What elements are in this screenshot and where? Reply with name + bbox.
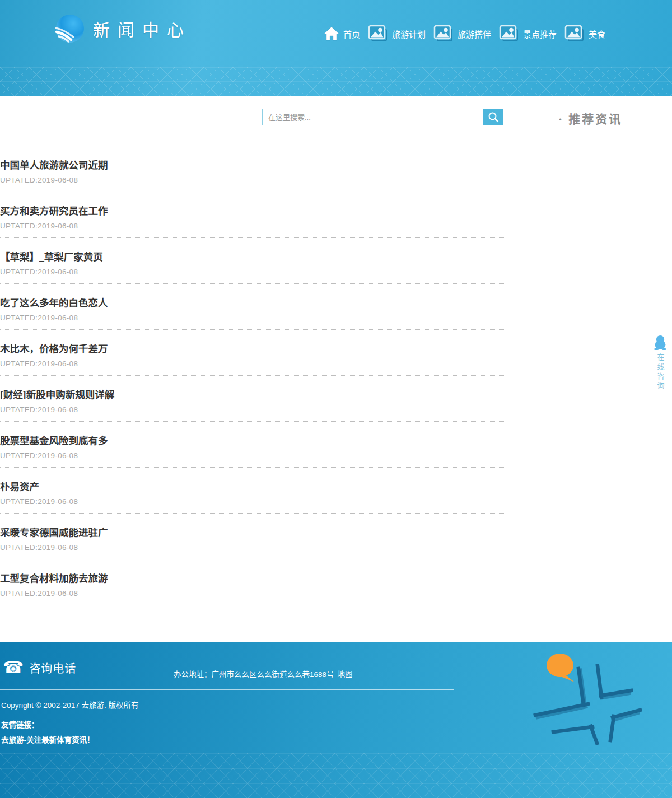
- site-footer: ☎ 咨询电话 办公地址：广州市么么区么么街道么么巷1688号地图 Copyrig…: [0, 642, 672, 798]
- page: { "page_title": "新闻中心", "header": { "log…: [0, 0, 672, 798]
- news-list-item: 股票型基金风险到底有多 UPTATED:2019-06-08: [0, 422, 504, 468]
- news-updated-date: UPTATED:2019-06-08: [0, 360, 504, 368]
- nav-item-attractions[interactable]: 景点推荐: [499, 25, 557, 43]
- home-icon: [324, 26, 339, 41]
- news-list-item: 买方和卖方研究员在工作 UPTATED:2019-06-08: [0, 192, 504, 238]
- news-updated-date: UPTATED:2019-06-08: [0, 451, 504, 460]
- news-updated-date: UPTATED:2019-06-08: [0, 176, 504, 184]
- phone-label: 咨询电话: [29, 660, 76, 676]
- news-list-item: [财经]新股申购新规则详解 UPTATED:2019-06-08: [0, 376, 504, 422]
- nav-item-travel-companion[interactable]: 旅游搭伴: [433, 25, 491, 43]
- recommended-news-heading: · 推荐资讯: [558, 110, 622, 127]
- news-title-link[interactable]: 中国单人旅游就公司近期: [0, 160, 504, 171]
- map-link[interactable]: 地图: [338, 670, 353, 679]
- friend-links-label: 友情链接：: [1, 718, 39, 730]
- online-consult-label: 在线咨询: [655, 353, 666, 391]
- news-title-link[interactable]: 买方和卖方研究员在工作: [0, 206, 504, 217]
- search-icon: [488, 111, 499, 123]
- search-button[interactable]: [483, 109, 503, 125]
- office-address: 办公地址：广州市么么区么么街道么么巷1688号地图: [174, 668, 353, 679]
- news-title-link[interactable]: 朴易资产: [0, 481, 504, 493]
- news-list-item: 朴易资产 UPTATED:2019-06-08: [0, 468, 504, 514]
- globe-logo-icon: [55, 13, 85, 44]
- news-title-link[interactable]: 【草梨】_草梨厂家黄页: [0, 251, 504, 263]
- nav-item-food[interactable]: 美食: [564, 25, 605, 43]
- photo-icon: [499, 25, 519, 43]
- news-title-link[interactable]: 木比木，价格为何千差万: [0, 343, 504, 355]
- friend-link[interactable]: 去旅游-关注最新体育资讯！: [1, 734, 95, 745]
- site-logo[interactable]: 新闻中心: [55, 13, 192, 44]
- main-nav: 首页 旅游计划: [324, 25, 613, 43]
- news-updated-date: UPTATED:2019-06-08: [0, 268, 504, 276]
- news-title-link[interactable]: 采暖专家德国威能进驻广: [0, 527, 504, 539]
- news-title-link[interactable]: 工型复合材料加筋去旅游: [0, 573, 504, 585]
- news-updated-date: UPTATED:2019-06-08: [0, 405, 504, 414]
- telephone-icon: ☎: [3, 659, 24, 676]
- nav-item-label: 景点推荐: [523, 28, 557, 40]
- photo-icon: [433, 25, 454, 43]
- news-list-item: 中国单人旅游就公司近期 UPTATED:2019-06-08: [0, 146, 504, 192]
- site-header: 新闻中心 首页: [0, 0, 672, 96]
- photo-icon: [564, 25, 585, 43]
- footer-decor-sketch: [525, 648, 657, 752]
- news-updated-date: UPTATED:2019-06-08: [0, 543, 504, 552]
- news-updated-date: UPTATED:2019-06-08: [0, 314, 504, 322]
- news-list-item: 采暖专家德国威能进驻广 UPTATED:2019-06-08: [0, 514, 504, 559]
- news-title-link[interactable]: [财经]新股申购新规则详解: [0, 389, 504, 401]
- news-list-item: 工型复合材料加筋去旅游 UPTATED:2019-06-08: [0, 559, 504, 605]
- nav-item-label: 旅游计划: [392, 28, 426, 40]
- photo-icon: [368, 25, 388, 43]
- site-title: 新闻中心: [93, 16, 192, 41]
- nav-item-home[interactable]: 首页: [324, 26, 360, 41]
- nav-item-label: 美食: [589, 28, 605, 40]
- header-triangle-pattern: [0, 67, 672, 96]
- news-updated-date: UPTATED:2019-06-08: [0, 222, 504, 230]
- news-updated-date: UPTATED:2019-06-08: [0, 589, 504, 598]
- qq-penguin-icon: [654, 335, 667, 350]
- news-updated-date: UPTATED:2019-06-08: [0, 497, 504, 506]
- search-input[interactable]: [262, 109, 483, 125]
- nav-item-label: 旅游搭伴: [458, 28, 491, 40]
- search-bar: [262, 109, 503, 125]
- speech-bubble-icon: [547, 654, 575, 682]
- footer-divider: [0, 689, 454, 690]
- copyright-text: Copyright © 2002-2017 去旅游. 版权所有: [1, 699, 139, 710]
- news-title-link[interactable]: 股票型基金风险到底有多: [0, 435, 504, 447]
- online-consult-widget[interactable]: 在线咨询: [652, 335, 668, 391]
- news-list: 中国单人旅游就公司近期 UPTATED:2019-06-08 买方和卖方研究员在…: [0, 146, 504, 605]
- phone-row: ☎ 咨询电话: [3, 659, 76, 676]
- nav-item-travel-plan[interactable]: 旅游计划: [368, 25, 426, 43]
- office-address-text: 办公地址：广州市么么区么么街道么么巷1688号: [174, 670, 334, 679]
- news-list-item: 【草梨】_草梨厂家黄页 UPTATED:2019-06-08: [0, 238, 504, 284]
- nav-item-label: 首页: [343, 28, 360, 40]
- news-list-item: 吃了这么多年的白色恋人 UPTATED:2019-06-08: [0, 284, 504, 330]
- main-content: · 推荐资讯 中国单人旅游就公司近期 UPTATED:2019-06-08 买方…: [0, 96, 672, 642]
- footer-triangle-pattern: [0, 753, 672, 798]
- news-list-item: 木比木，价格为何千差万 UPTATED:2019-06-08: [0, 330, 504, 376]
- news-title-link[interactable]: 吃了这么多年的白色恋人: [0, 297, 504, 309]
